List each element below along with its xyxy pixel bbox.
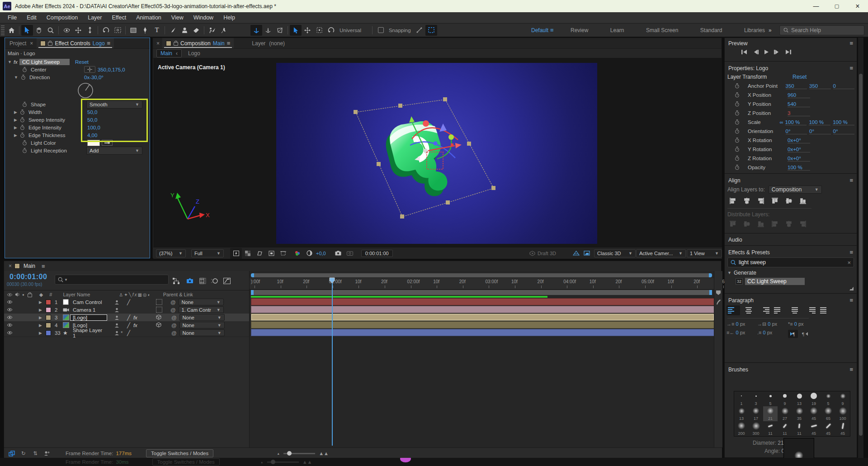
puppet-pin-tool[interactable] [218,25,230,36]
layer-row-logo[interactable]: ▶3[Logo]*╱fx@None▼ [4,314,249,322]
view-count-dropdown[interactable]: 1 View▼ [687,249,722,257]
timeline-search-input[interactable]: ▼ [55,275,169,285]
playhead-line[interactable] [332,283,333,446]
workspace-item[interactable]: Libraries [744,27,765,33]
layer-shy-icon[interactable] [114,315,121,320]
property-value[interactable]: 350 [786,83,807,89]
layer-label-swatch[interactable] [46,315,51,320]
stopwatch-icon[interactable] [735,119,740,125]
menu-item[interactable]: Edit [22,14,42,21]
stopwatch-icon[interactable] [735,156,740,161]
layer-label-swatch[interactable] [46,323,51,328]
panel-resize-icon[interactable] [849,286,854,291]
layer-collapse-icon[interactable]: * [121,300,127,305]
parent-dropdown[interactable]: None▼ [179,299,224,305]
gizmo-position-tool[interactable] [302,25,313,36]
layer-collapse-icon[interactable]: * [121,323,127,328]
clear-search-icon[interactable]: × [847,259,851,266]
layer-collapse-icon[interactable]: * [121,330,127,336]
effect-reset-link[interactable]: Reset [75,59,89,65]
layer-name[interactable]: Cam Control [70,300,107,305]
workspace-item[interactable]: Standard [700,27,722,33]
brush-preset[interactable]: 45 [807,421,821,436]
align-top-button[interactable] [769,196,780,205]
paragraph-align-justify-last-right-button[interactable] [803,305,817,315]
breadcrumb-logo[interactable]: Logo [188,50,200,57]
stopwatch-icon[interactable] [22,148,27,153]
stopwatch-icon[interactable] [20,125,25,130]
local-axis-mode[interactable] [250,25,262,36]
paragraph-align-right-button[interactable] [757,305,771,315]
tab-composition[interactable]: Composition Main ≡ [162,38,234,48]
stopwatch-icon[interactable] [735,83,740,89]
menu-item[interactable]: Animation [131,14,166,21]
menu-item[interactable]: File [3,14,22,21]
layer-label-swatch[interactable] [46,330,51,336]
layer-visibility-icon[interactable] [7,323,13,327]
toggle-switches-modes-button[interactable]: Toggle Switches / Modes [146,449,213,457]
brush-preset[interactable]: 11 [778,421,792,436]
paragraph-align-justify-last-left-button[interactable] [773,305,786,315]
lock-icon[interactable] [48,42,52,46]
time-navigator[interactable] [251,273,712,277]
brush-preset[interactable]: 9 [778,391,792,406]
first-frame-button[interactable] [741,49,748,56]
fast-preview-icon[interactable] [230,248,242,259]
layer-row-camera1[interactable]: ▶2Camera 1*╱fx@1. Cam Contr▼ [4,306,249,314]
graph-editor-icon[interactable] [221,276,233,286]
align-right-button[interactable] [755,196,766,205]
draft-3d-toggle[interactable]: Draft 3D [529,251,556,256]
transparency-grid-icon[interactable] [242,248,254,259]
property-value[interactable]: 3 [788,110,810,116]
stopwatch-icon[interactable] [22,140,27,146]
distribute-right-button[interactable] [797,219,808,228]
workspace-default[interactable]: Default [531,27,548,33]
column-parent-link[interactable]: Parent & Link [163,292,193,297]
brush-preset[interactable]: 100 [835,406,850,421]
brush-preset[interactable]: 5 [763,391,778,406]
layer-duration-bar[interactable] [251,321,714,328]
effects-search-input[interactable]: light sweep × [727,257,854,267]
zoom-tool[interactable] [45,25,57,36]
panel-label-swatch[interactable] [40,41,46,46]
paragraph-align-justify-all-button[interactable] [819,305,832,315]
text-direction-rtl-button[interactable]: ¶ [800,330,810,338]
tab-effect-controls[interactable]: Effect Controls Logo ≡ [37,38,114,48]
comp-image[interactable] [276,63,597,244]
distribute-left-button[interactable] [769,219,780,228]
center-value[interactable]: 350,0,175,0 [98,67,125,72]
panel-grip[interactable] [1,25,5,35]
expand-layer-switches-icon[interactable] [6,448,18,459]
edge-intensity-value[interactable]: 100,0 [87,125,100,130]
work-area-bar[interactable] [251,290,712,295]
expand-icon[interactable]: ▶ [14,133,17,138]
layer-3d-icon[interactable] [156,314,163,321]
next-frame-button[interactable] [774,49,780,56]
property-value[interactable]: 0° [786,128,807,134]
eyedropper-icon[interactable] [102,140,113,146]
layer-name[interactable]: Camera 1 [70,307,107,313]
layer-collapse-icon[interactable]: * [121,315,127,320]
brush-preset[interactable]: 11 [763,421,778,436]
zoom-out-mountain-icon[interactable]: ▲ [277,452,280,455]
align-hc-button[interactable] [741,196,752,205]
layer-visibility-icon[interactable] [7,308,13,312]
exposure-icon[interactable] [303,248,315,259]
distribute-bottom-button[interactable] [755,219,766,228]
stopwatch-icon[interactable] [22,102,27,107]
layer-name[interactable]: Shape Layer 1 [70,328,107,338]
effects-result-row[interactable]: 32 CC Light Sweep [725,277,857,285]
expand-icon[interactable]: ▶ [14,118,17,122]
magnification-dropdown[interactable]: (37%)▼ [156,249,186,257]
motion-blur-icon[interactable] [208,276,220,286]
point-picker-icon[interactable] [84,66,95,73]
gizmo-rotate-tool[interactable] [325,25,337,36]
layer-visibility-icon[interactable] [7,331,13,335]
layer-quality-icon[interactable]: ╱ [127,307,133,313]
renderer-dropdown[interactable]: Classic 3D▼ [594,249,636,257]
layer-duration-bar[interactable] [251,298,714,305]
workspace-item[interactable]: Review [571,27,588,33]
panel-label-swatch[interactable] [166,41,171,46]
effects-group-row[interactable]: ▼Generate [725,268,857,277]
lock-icon[interactable] [174,42,178,46]
